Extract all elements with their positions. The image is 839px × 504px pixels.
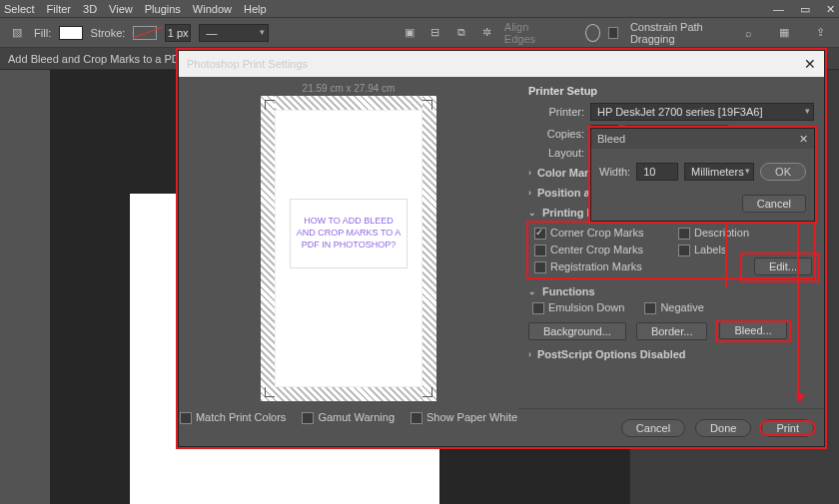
bleed-ok-button[interactable]: OK: [760, 163, 806, 181]
dialog-close-icon[interactable]: ✕: [804, 56, 816, 72]
maximize-icon[interactable]: ▭: [800, 3, 810, 16]
bleed-cancel-button[interactable]: Cancel: [742, 195, 806, 213]
bleed-units-dropdown[interactable]: Millimeters: [684, 163, 754, 181]
print-preview: HOW TO ADD BLEED AND CROP MARKS TO A PDF…: [261, 96, 436, 401]
bleed-button[interactable]: Bleed...: [719, 321, 786, 339]
registration-checkbox[interactable]: [534, 261, 546, 273]
emulsion-checkbox[interactable]: [532, 302, 544, 314]
background-button[interactable]: Background...: [528, 322, 626, 340]
bleed-title: Bleed: [597, 133, 625, 145]
negative-checkbox[interactable]: [644, 302, 656, 314]
section-functions[interactable]: ⌄Functions: [528, 285, 814, 297]
emulsion-label: Emulsion Down: [548, 301, 624, 313]
bleed-width-input[interactable]: 10: [636, 163, 678, 181]
minimize-icon[interactable]: —: [773, 3, 784, 15]
dialog-titlebar: Photoshop Print Settings ✕: [179, 51, 824, 77]
path-ops-icon[interactable]: ▣: [401, 22, 419, 44]
description-checkbox[interactable]: [678, 228, 690, 240]
bleed-titlebar: Bleed ✕: [591, 129, 814, 149]
negative-label: Negative: [660, 301, 703, 313]
menu-help[interactable]: Help: [244, 3, 267, 15]
preview-dimensions: 21.59 cm x 27.94 cm: [303, 83, 396, 94]
section-postscript[interactable]: ›PostScript Options Disabled: [528, 348, 814, 360]
annotation-arrow: [797, 222, 799, 401]
bleed-dialog: Bleed ✕ Width: 10 Millimeters OK Cancel: [590, 128, 815, 222]
constrain-label: Constrain Path Dragging: [630, 21, 729, 45]
printer-dropdown[interactable]: HP DeskJet 2700 series [19F3A6]: [590, 103, 814, 121]
menu-filter[interactable]: Filter: [47, 3, 71, 15]
menu-3d[interactable]: 3D: [83, 3, 97, 15]
share-icon[interactable]: ⇪: [809, 22, 831, 44]
print-button[interactable]: Print: [761, 419, 814, 437]
preview-text: HOW TO ADD BLEED AND CROP MARKS TO A PDF…: [290, 199, 408, 268]
menu-window[interactable]: Window: [193, 3, 232, 15]
close-icon[interactable]: ✕: [826, 3, 835, 16]
stroke-width-input[interactable]: 1 px: [165, 24, 192, 42]
layout-label: Layout:: [528, 147, 584, 159]
center-crop-label: Center Crop Marks: [550, 244, 643, 255]
gamut-checkbox[interactable]: [302, 412, 314, 424]
registration-label: Registration Marks: [550, 260, 642, 272]
workspace-icon[interactable]: ▦: [773, 22, 795, 44]
labels-checkbox[interactable]: [678, 245, 690, 256]
align-edges-label: Align Edges: [504, 21, 552, 45]
menu-bar: Select Filter 3D View Plugins Window Hel…: [0, 0, 839, 18]
paper-white-label: Show Paper White: [426, 411, 517, 423]
corner-crop-checkbox[interactable]: [534, 228, 546, 240]
cancel-button[interactable]: Cancel: [621, 419, 685, 437]
border-button[interactable]: Border...: [636, 322, 708, 340]
align-icon[interactable]: ⊟: [426, 22, 444, 44]
printer-label: Printer:: [528, 106, 584, 118]
dialog-footer: Cancel Done Print: [518, 408, 824, 446]
match-colors-label: Match Print Colors: [196, 411, 286, 423]
paper-white-checkbox[interactable]: [411, 412, 422, 424]
stroke-swatch[interactable]: [133, 26, 156, 40]
print-dialog: Photoshop Print Settings ✕ 21.59 cm x 27…: [178, 50, 825, 447]
description-label: Description: [694, 227, 749, 239]
printer-setup-header: Printer Setup: [528, 85, 814, 97]
menu-select[interactable]: Select: [4, 3, 35, 15]
bleed-close-icon[interactable]: ✕: [799, 133, 808, 146]
copies-label: Copies:: [528, 128, 584, 140]
constrain-checkbox[interactable]: [608, 27, 618, 39]
labels-label: Labels: [694, 244, 726, 255]
options-bar: ▧ Fill: Stroke: 1 px — ▣ ⊟ ⧉ ✲ Align Edg…: [0, 18, 839, 48]
corner-crop-label: Corner Crop Marks: [550, 227, 644, 239]
annotation-arrow: [725, 212, 727, 287]
tool-icon[interactable]: ▧: [8, 22, 26, 44]
menu-view[interactable]: View: [109, 3, 133, 15]
print-preview-panel: 21.59 cm x 27.94 cm HOW TO ADD BLEED AND…: [179, 77, 518, 446]
match-colors-checkbox[interactable]: [180, 412, 192, 424]
bleed-width-label: Width:: [599, 166, 630, 178]
menu-plugins[interactable]: Plugins: [145, 3, 181, 15]
arrange-icon[interactable]: ⧉: [452, 22, 470, 44]
gear-icon[interactable]: ✲: [478, 22, 496, 44]
edit-button[interactable]: Edit...: [754, 257, 812, 275]
gamut-label: Gamut Warning: [318, 411, 395, 423]
stroke-style-dropdown[interactable]: —: [199, 24, 269, 42]
search-icon[interactable]: ⌕: [737, 22, 759, 44]
center-crop-checkbox[interactable]: [534, 245, 546, 256]
reset-icon[interactable]: [585, 24, 600, 42]
dialog-title: Photoshop Print Settings: [187, 58, 308, 70]
done-button[interactable]: Done: [695, 419, 751, 437]
fill-swatch[interactable]: [59, 26, 82, 40]
fill-label: Fill:: [34, 27, 51, 39]
stroke-label: Stroke:: [91, 27, 126, 39]
